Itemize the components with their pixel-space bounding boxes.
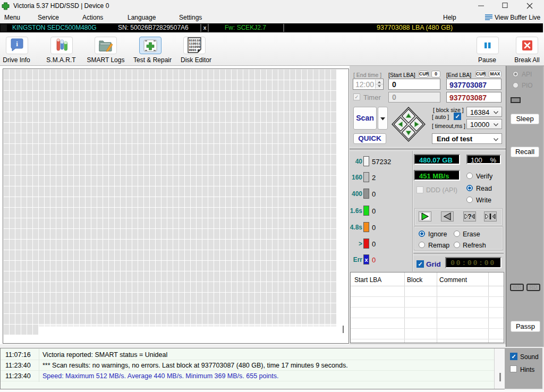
svg-text:0001: 0001: [189, 48, 197, 52]
svg-text:i: i: [16, 40, 18, 48]
svg-text:?: ?: [468, 213, 471, 220]
